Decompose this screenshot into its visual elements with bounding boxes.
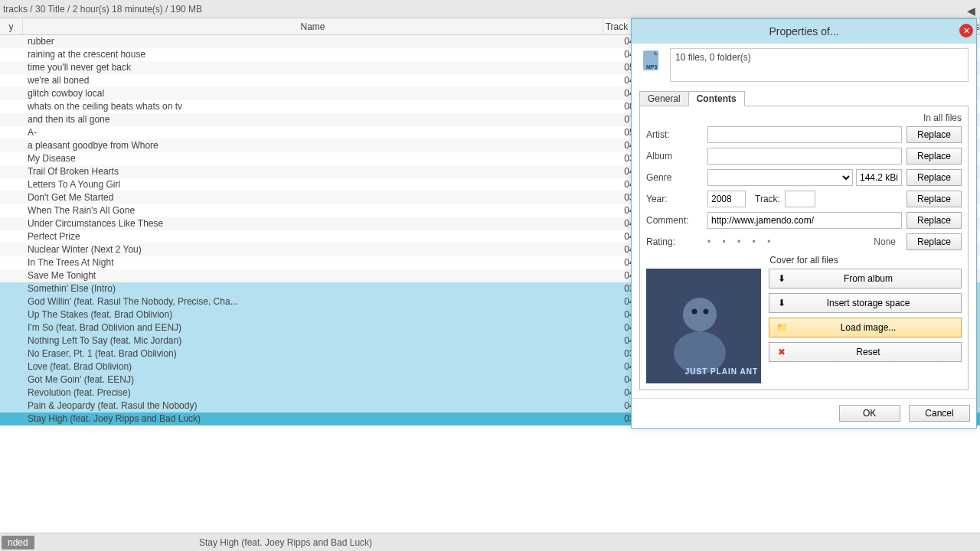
tab-contents[interactable]: Contents xyxy=(688,91,745,106)
cover-title: Cover for all files xyxy=(646,255,962,266)
track-name: Letters To A Young Girl xyxy=(23,178,603,191)
file-count-text: 10 files, 0 folder(s) xyxy=(675,52,751,63)
dialog-title-text: Properties of... xyxy=(769,25,838,37)
top-summary-bar: tracks / 30 Title / 2 hour(s) 18 minute(… xyxy=(0,0,980,18)
insert-storage-button[interactable]: ⬇Insert storage space xyxy=(769,293,962,313)
row-y xyxy=(0,334,23,347)
track-name: Trail Of Broken Hearts xyxy=(23,165,603,178)
reset-cover-button[interactable]: ✖Reset xyxy=(769,342,962,362)
row-y xyxy=(0,100,23,113)
row-y xyxy=(0,360,23,373)
cancel-button[interactable]: Cancel xyxy=(909,405,970,422)
track-name: My Disease xyxy=(23,152,603,165)
row-y xyxy=(0,191,23,204)
year-label: Year: xyxy=(646,194,707,204)
svg-point-3 xyxy=(683,298,717,331)
col-y[interactable]: y xyxy=(0,18,23,34)
row-y xyxy=(0,269,23,282)
row-y xyxy=(0,113,23,126)
track-name: Under Circumstances Like These xyxy=(23,217,603,230)
close-icon[interactable]: ✕ xyxy=(959,24,973,37)
replace-album-button[interactable]: Replace xyxy=(906,148,962,165)
replace-genre-button[interactable]: Replace xyxy=(906,169,962,186)
file-info-box: MP3 10 files, 0 folder(s) xyxy=(670,48,969,82)
row-y xyxy=(0,87,23,100)
track-name: Got Me Goin' (feat. EENJ) xyxy=(23,373,603,386)
track-name: I'm So (feat. Brad Oblivion and EENJ) xyxy=(23,321,603,334)
track-name: whats on the ceiling beats whats on tv xyxy=(23,100,603,113)
status-button[interactable]: nded xyxy=(2,536,34,549)
track-name: When The Rain's All Gone xyxy=(23,204,603,217)
row-y xyxy=(0,139,23,152)
track-name: God Willin' (feat. Rasul The Nobody, Pre… xyxy=(23,295,603,308)
row-y xyxy=(0,126,23,139)
replace-artist-button[interactable]: Replace xyxy=(906,126,962,143)
album-input[interactable] xyxy=(707,148,902,165)
cover-overlay-text: JUST PLAIN ANT xyxy=(685,367,758,376)
tab-contents-body: In all files Artist: Replace Album Repla… xyxy=(639,106,969,390)
row-y xyxy=(0,48,23,61)
tabs: General Contents xyxy=(639,91,969,106)
rating-label: Rating: xyxy=(646,236,707,247)
col-name[interactable]: Name xyxy=(23,18,603,34)
load-image-button[interactable]: 📁Load image... xyxy=(769,318,962,337)
track-name: Revolution (feat. Precise) xyxy=(23,386,603,399)
row-y xyxy=(0,35,23,48)
replace-comment-button[interactable]: Replace xyxy=(906,212,962,229)
track-name: Save Me Tonight xyxy=(23,269,603,282)
bitrate-field[interactable] xyxy=(856,169,902,186)
row-y xyxy=(0,61,23,74)
track-name: Nuclear Winter (Next 2 You) xyxy=(23,243,603,256)
collapse-arrow-icon[interactable]: ◀ xyxy=(967,2,975,20)
track-name: glitch cowboy local xyxy=(23,87,603,100)
dialog-title-bar[interactable]: Properties of... ✕ xyxy=(632,19,976,44)
row-y xyxy=(0,230,23,243)
track-input[interactable] xyxy=(785,191,815,207)
replace-rating-button[interactable]: Replace xyxy=(906,233,962,250)
track-name: In The Trees At Night xyxy=(23,256,603,269)
genre-select[interactable] xyxy=(707,169,853,186)
track-name: Perfect Prize xyxy=(23,230,603,243)
svg-point-6 xyxy=(704,309,709,315)
properties-dialog: Properties of... ✕ MP3 10 files, 0 folde… xyxy=(631,18,977,429)
svg-text:MP3: MP3 xyxy=(646,64,658,70)
track-name: A- xyxy=(23,126,603,139)
track-name: time you'll never get back xyxy=(23,61,603,74)
row-y xyxy=(0,204,23,217)
rating-dots[interactable]: • • • • •None xyxy=(707,236,902,247)
svg-point-5 xyxy=(692,309,697,315)
artist-input[interactable] xyxy=(707,126,902,143)
track-name: Somethin' Else (Intro) xyxy=(23,282,603,295)
row-y xyxy=(0,282,23,295)
row-y xyxy=(0,74,23,87)
row-y xyxy=(0,347,23,360)
row-y xyxy=(0,295,23,308)
rating-none: None xyxy=(874,236,896,247)
tab-general[interactable]: General xyxy=(639,91,689,106)
track-name: raining at the crescent house xyxy=(23,48,603,61)
row-y xyxy=(0,178,23,191)
genre-label: Genre xyxy=(646,172,707,183)
track-name: Nothing Left To Say (feat. Mic Jordan) xyxy=(23,334,603,347)
row-y xyxy=(0,165,23,178)
cover-art: JUST PLAIN ANT xyxy=(646,269,761,383)
replace-year-button[interactable]: Replace xyxy=(906,191,962,207)
track-name: a pleasant goodbye from Whore xyxy=(23,139,603,152)
track-name: Stay High (feat. Joey Ripps and Bad Luck… xyxy=(23,412,603,425)
status-bar: nded Stay High (feat. Joey Ripps and Bad… xyxy=(0,533,980,551)
year-input[interactable] xyxy=(707,191,746,207)
row-y xyxy=(0,308,23,321)
track-name: Don't Get Me Started xyxy=(23,191,603,204)
from-album-button[interactable]: ⬇From album xyxy=(769,269,962,289)
row-y xyxy=(0,412,23,425)
track-name: Love (feat. Brad Oblivion) xyxy=(23,360,603,373)
comment-label: Comment: xyxy=(646,215,707,226)
row-y xyxy=(0,321,23,334)
track-name: No Eraser, Pt. 1 (feat. Brad Oblivion) xyxy=(23,347,603,360)
comment-input[interactable] xyxy=(707,212,902,229)
track-name: rubber xyxy=(23,35,603,48)
track-name: we're all boned xyxy=(23,74,603,87)
ok-button[interactable]: OK xyxy=(839,405,900,422)
album-label: Album xyxy=(646,151,707,161)
in-all-files-label: In all files xyxy=(646,112,962,123)
